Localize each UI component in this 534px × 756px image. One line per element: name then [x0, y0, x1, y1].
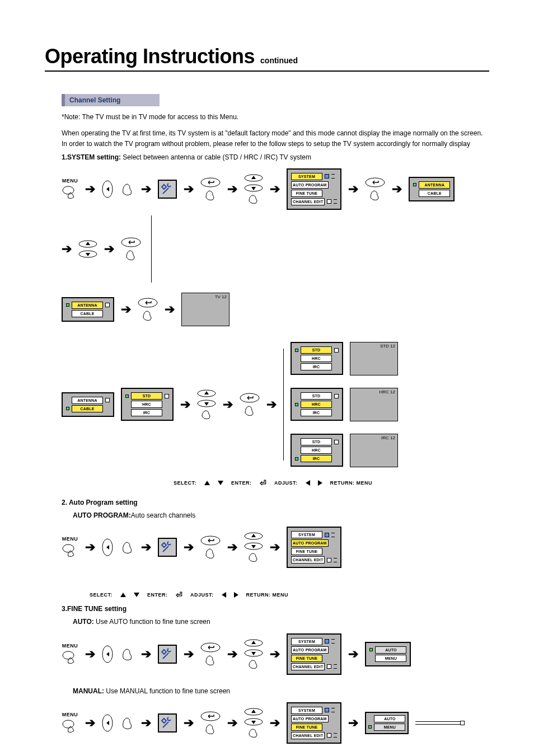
hand-press-icon: [204, 655, 217, 666]
up-button-icon: [78, 240, 97, 248]
screen-hrc12: HRC 12: [350, 388, 398, 421]
hand-press-icon: [200, 410, 213, 420]
osd-hrc: HRC: [301, 447, 332, 454]
osd-auto-program: AUTO PROGRAM: [291, 181, 329, 189]
tools-icon: [158, 180, 177, 199]
arrow-icon: ➔: [223, 397, 233, 412]
down-button-icon: [244, 718, 263, 726]
up-button-icon: [244, 639, 263, 647]
osd-system: SYSTEM: [291, 638, 322, 645]
osd-system: SYSTEM: [291, 707, 322, 714]
osd-auto: AUTO: [374, 715, 405, 722]
remote-left-button-icon: [102, 538, 113, 556]
arrow-icon: ➔: [141, 540, 151, 555]
screen-irc12: IRC 12: [350, 434, 398, 467]
enter-button-icon: [200, 536, 221, 546]
hand-press-icon: [120, 182, 134, 196]
remote-left-button-icon: [102, 180, 113, 198]
hand-press-icon: [62, 544, 78, 558]
arrow-icon: ➔: [184, 647, 194, 661]
hand-press-icon: [247, 552, 260, 562]
step3b-desc: Use MANUAL function to fine tune screen: [104, 687, 230, 695]
step2-heading: 2. Auto Program setting: [62, 497, 489, 508]
osd-fine-tune: FINE TUNE: [291, 548, 322, 555]
enter-button-icon: [240, 393, 260, 403]
arrow-icon: ➔: [85, 540, 95, 555]
osd-manual-sub: AUTO MENU: [365, 712, 409, 734]
arrow-icon: ➔: [184, 716, 194, 730]
step2-desc: Auto search channels: [131, 511, 195, 519]
down-button-icon: [244, 649, 263, 657]
page-title: Operating Instructions: [45, 45, 255, 68]
hand-press-icon: [204, 190, 217, 201]
tools-icon: [158, 713, 177, 732]
arrow-icon: ➔: [141, 182, 151, 196]
osd-system: SYSTEM: [291, 531, 322, 538]
flow-row-2: ➔ ➔ ANTENNA CABLE ➔: [62, 215, 489, 474]
svg-point-20: [63, 544, 74, 552]
down-button-icon: [244, 184, 263, 192]
step1-label: 1.SYSTEM setting:: [62, 153, 121, 161]
enter-button-icon: [200, 642, 221, 652]
step3a-bold: AUTO:: [73, 618, 94, 626]
arrow-icon: ➔: [227, 647, 237, 661]
arrow-icon: ➔: [184, 182, 194, 196]
osd-finetune-menu-2: SYSTEM AUTO PROGRAM FINE TUNE CHANNEL ED…: [287, 702, 341, 744]
osd-hrc: HRC: [131, 401, 162, 408]
osd-menu: MENU: [375, 655, 406, 662]
svg-point-28: [63, 651, 74, 659]
hand-press-icon: [243, 405, 256, 416]
step2-bold: AUTO PROGRAM:: [73, 511, 131, 519]
flow-row-autoprogram: MENU ➔ ➔ ➔ ➔ ➔ SYSTEM: [62, 527, 489, 568]
hand-press-icon: [62, 651, 78, 665]
osd-auto: AUTO: [375, 646, 406, 654]
title-divider: [45, 71, 489, 72]
screen-std12: STD 12: [350, 342, 398, 375]
up-button-icon: [244, 532, 263, 540]
osd-menu: MENU: [374, 724, 405, 731]
arrow-icon: ➔: [270, 716, 280, 730]
arrow-icon: ➔: [85, 716, 95, 730]
tools-icon: [158, 538, 177, 557]
hand-press-icon: [124, 250, 138, 261]
osd-fine-tune: FINE TUNE: [291, 724, 322, 731]
arrow-icon: ➔: [266, 397, 277, 412]
down-button-icon: [78, 250, 97, 258]
svg-point-36: [63, 720, 74, 728]
remote-left-button-icon: [102, 714, 113, 732]
osd-irc: IRC: [131, 409, 162, 416]
arrow-icon: ➔: [270, 182, 280, 196]
arrow-icon: ➔: [85, 182, 95, 196]
osd-channel-edit: CHANNEL EDIT: [291, 732, 325, 739]
down-button-icon: [244, 542, 263, 550]
tools-icon: [158, 645, 177, 664]
osd-hrc-selected: STD HRC IRC: [291, 388, 343, 421]
arrow-icon: ➔: [180, 397, 190, 412]
osd-irc-selected: STD HRC IRC: [291, 434, 343, 467]
hand-press-icon: [120, 716, 134, 730]
osd-autoprogram-menu: SYSTEM AUTO PROGRAM FINE TUNE CHANNEL ED…: [287, 527, 341, 568]
arrow-icon: ➔: [270, 540, 280, 555]
svg-marker-30: [106, 652, 109, 656]
svg-point-0: [63, 186, 74, 194]
step3a-desc: Use AUTO function to fine tune screen: [94, 618, 210, 626]
menu-label: MENU: [62, 712, 78, 717]
osd-antenna: ANTENNA: [419, 181, 450, 189]
flow-row-finetune-manual: MENU ➔ ➔ ➔ ➔ ➔ SYSTEM: [62, 702, 489, 744]
arrow-icon: ➔: [348, 647, 358, 661]
arrow-icon: ➔: [62, 242, 72, 256]
osd-hrc: HRC: [301, 355, 332, 362]
enter-button-icon: [138, 298, 158, 308]
osd-main-menu: SYSTEM AUTO PROGRAM FINE TUNE CHANNEL ED…: [287, 168, 341, 210]
hand-press-icon: [247, 659, 260, 669]
note-tv-mode: *Note: The TV must be in TV mode for acc…: [62, 112, 489, 123]
up-button-icon: [244, 708, 263, 716]
svg-marker-22: [106, 545, 109, 550]
osd-irc: IRC: [301, 455, 332, 462]
arrow-icon: ➔: [348, 182, 358, 196]
arrow-icon: ➔: [227, 182, 237, 196]
up-button-icon: [197, 389, 216, 397]
arrow-icon: ➔: [270, 647, 280, 661]
hand-press-icon: [204, 548, 217, 559]
osd-std: STD: [301, 438, 332, 445]
